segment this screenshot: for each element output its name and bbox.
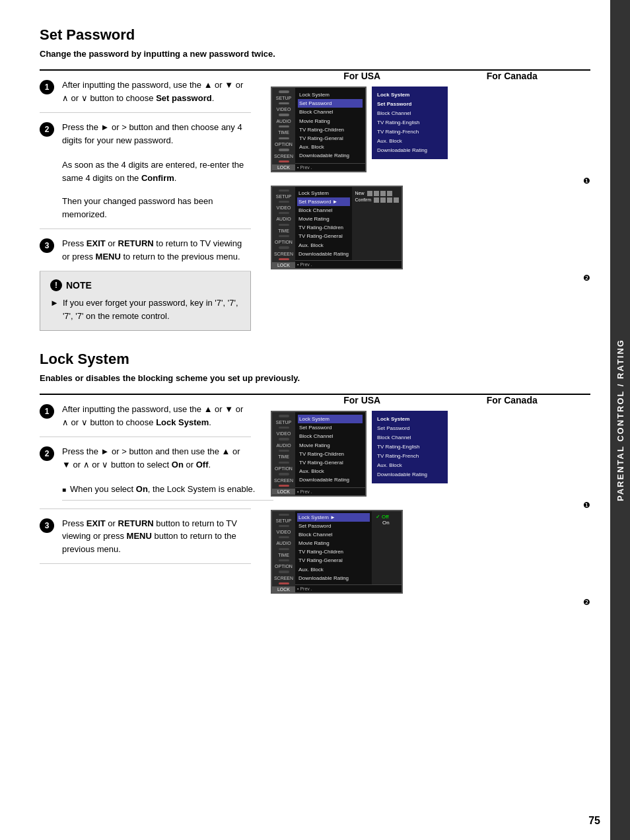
tv-menu-sidebar-2: SETUP VIDEO AUDIO TIME OPTION — [272, 187, 295, 269]
right-sidebar: PARENTAL CONTROL / RATING — [610, 0, 630, 840]
canada-screen-1: Lock System Set Password Block Channel T… — [372, 87, 448, 159]
time-icon-1 — [279, 125, 289, 128]
lock-system-title: Lock System — [40, 351, 590, 368]
canada-box-1: Lock System Set Password Block Channel T… — [372, 87, 448, 159]
lock-system-screenshots: For USA For Canada SETUP — [264, 395, 590, 607]
option-icon-1 — [279, 137, 289, 140]
screenshots-header-1: For USA For Canada — [271, 71, 590, 81]
note-title: ! NOTE — [50, 279, 240, 291]
lock-step-1: 1 After inputting the password, use the … — [40, 395, 251, 437]
lock-step-3: 3 Press EXIT or RETURN button to return … — [40, 509, 251, 565]
step-2-text: Press the ► or > button and then choose … — [62, 121, 251, 147]
tv-menu-sidebar-1: SETUP VIDEO AUDIO TIME OPTION — [272, 88, 295, 171]
step-number-3: 3 — [40, 238, 54, 253]
for-canada-label-2: For Canada — [487, 395, 538, 405]
note-label: NOTE — [66, 280, 92, 291]
setup-icon-1 — [279, 90, 289, 93]
screenshot-num-2: ❷ — [271, 273, 590, 283]
note-icon: ! — [50, 279, 62, 291]
tv-menu-usa-2: SETUP VIDEO AUDIO TIME OPTION — [271, 186, 403, 270]
step-number-1: 1 — [40, 80, 54, 94]
screenshot-num-4: ❷ — [271, 598, 590, 607]
step-1-text: After inputting the password, use the ▲ … — [62, 79, 251, 104]
tv-menu-sidebar-lock-1: SETUP VIDEO AUDIO TIME OPTION — [272, 412, 295, 495]
screenshot-num-3: ❶ — [271, 501, 590, 510]
screenshot-pair-3: SETUP VIDEO AUDIO TIME OPTION — [271, 411, 590, 497]
tv-menu-sidebar-lock-2: SETUP VIDEO AUDIO TIME OPTION — [272, 511, 295, 593]
usa-screen-1: SETUP VIDEO AUDIO TIME OPTION — [271, 87, 367, 172]
screenshots-header-2: For USA For Canada — [271, 395, 590, 405]
lock-step-2: 2 Press the ► or > button and then use t… — [40, 437, 251, 509]
lock-step-2-sub: ■ When you select On, the Lock System is… — [62, 483, 273, 501]
lock-step-3-text: Press EXIT or RETURN button to return to… — [62, 517, 251, 556]
lock-step-number-2: 2 — [40, 446, 54, 461]
lock-icon-1 — [279, 160, 289, 163]
step-1-set-password: 1 After inputting the password, use the … — [40, 71, 251, 113]
note-content: If you ever forget your password, key in… — [63, 297, 240, 322]
sidebar-label: PARENTAL CONTROL / RATING — [615, 339, 625, 501]
lock-system-instructions: 1 After inputting the password, use the … — [40, 395, 264, 607]
canada-lock-box-1: Lock System Set Password Block Channel T… — [372, 411, 448, 483]
step-2-sub1: As soon as the 4 digits are entered, re-… — [62, 158, 251, 184]
video-icon-1 — [279, 102, 289, 105]
lock-system-subtitle: Enables or disables the blocking scheme … — [40, 373, 590, 383]
for-usa-label-1: For USA — [343, 71, 380, 81]
set-password-instructions: 1 After inputting the password, use the … — [40, 71, 264, 331]
audio-icon-1 — [279, 114, 289, 116]
tv-menu-lock-usa-1: SETUP VIDEO AUDIO TIME OPTION — [271, 411, 367, 497]
lock-step-1-text: After inputting the password, use the ▲ … — [62, 403, 251, 429]
tv-menu-lock-usa-2: SETUP VIDEO AUDIO TIME OPTION — [271, 510, 403, 594]
usa-screen-2: SETUP VIDEO AUDIO TIME OPTION — [271, 186, 403, 270]
set-password-subtitle: Change the password by inputting a new p… — [40, 49, 590, 59]
off-on-panel: ✓Off On — [372, 511, 402, 585]
note-box: ! NOTE ► If you ever forget your passwor… — [40, 271, 251, 331]
set-password-title: Set Password — [40, 26, 590, 44]
lock-system-section: Lock System Enables or disables the bloc… — [40, 351, 590, 607]
page-number: 75 — [588, 815, 600, 827]
password-panel: New — [352, 187, 402, 261]
for-usa-label-2: For USA — [343, 395, 380, 405]
tv-menu-content-1: Lock System Set Password Block Channel M… — [295, 88, 365, 163]
note-text: ► If you ever forget your password, key … — [50, 297, 240, 322]
screenshot-pair-2: SETUP VIDEO AUDIO TIME OPTION — [271, 186, 590, 270]
tv-menu-usa-1: SETUP VIDEO AUDIO TIME OPTION — [271, 87, 367, 172]
step-3-set-password: 3 Press EXIT or RETURN to return to TV v… — [40, 229, 251, 271]
for-canada-label-1: For Canada — [487, 71, 538, 81]
step-2-sub2: Then your changed password has been memo… — [62, 195, 251, 221]
screenshot-pair-4: SETUP VIDEO AUDIO TIME OPTION — [271, 510, 590, 594]
usa-lock-screen-2: SETUP VIDEO AUDIO TIME OPTION — [271, 510, 403, 594]
screenshot-pair-1: SETUP VIDEO AUDIO TIME OPTION — [271, 87, 590, 172]
usa-lock-screen-1: SETUP VIDEO AUDIO TIME OPTION — [271, 411, 367, 497]
canada-lock-screen-1: Lock System Set Password Block Channel T… — [372, 411, 448, 483]
set-password-screenshots: For USA For Canada SETUP — [264, 71, 590, 331]
set-password-section: Set Password Change the password by inpu… — [40, 26, 590, 331]
lock-step-2-text: Press the ► or > button and then use the… — [62, 445, 251, 471]
step-number-2: 2 — [40, 122, 54, 137]
lock-step-number-1: 1 — [40, 404, 54, 419]
tv-menu-lock-content-1: Lock System Set Password Block Channel M… — [295, 412, 365, 487]
step-2-set-password: 2 Press the ► or > button and then choos… — [40, 113, 251, 229]
lock-step-number-3: 3 — [40, 518, 54, 533]
step-3-text: Press EXIT or RETURN to return to TV vie… — [62, 237, 251, 263]
screenshot-num-1: ❶ — [271, 176, 590, 186]
screen-icon-1 — [279, 149, 289, 151]
